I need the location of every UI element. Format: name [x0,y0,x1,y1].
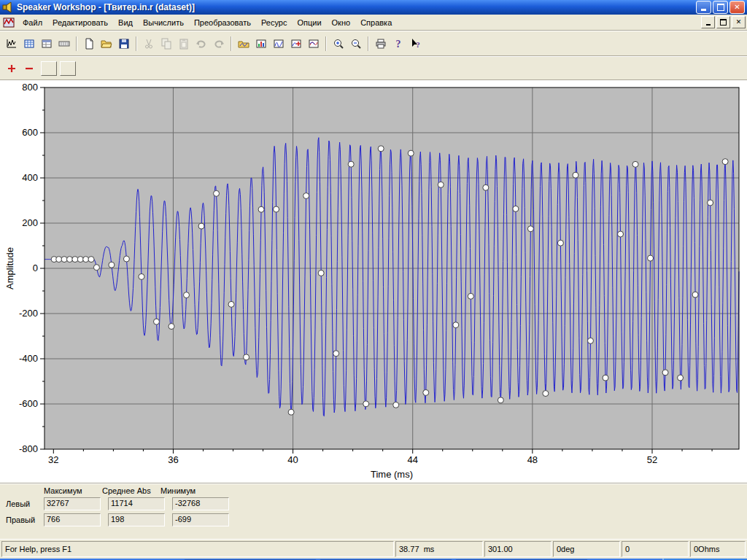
svg-text:48: 48 [527,454,538,465]
minimize-icon [701,9,706,11]
zoom-in-button[interactable] [330,36,347,52]
menu-file[interactable]: Файл [18,17,47,28]
mdi-close-button[interactable]: ✕ [732,16,746,28]
waveform-chart[interactable]: 3236404448528006004002000-200-400-600-80… [2,80,745,483]
import-chart-icon [238,38,249,50]
context-help-button[interactable]: ? [407,36,425,52]
redo-button[interactable] [210,36,228,52]
status-impedance: 0Ohms [690,541,746,557]
menu-edit[interactable]: Редактировать [47,17,113,28]
svg-text:?: ? [396,39,401,50]
copy-button[interactable] [158,36,175,52]
maximize-button[interactable] [713,1,728,14]
window-title: Speaker Workshop - [Твитер.in.r (dataset… [17,2,696,12]
zoom-out-button[interactable] [347,36,365,52]
svg-text:40: 40 [287,454,298,465]
chart-line-icon [273,38,285,50]
values-view-button[interactable] [3,36,20,52]
svg-text:600: 600 [22,127,38,138]
mdi-restore-icon [720,19,727,26]
menu-help[interactable]: Справка [355,17,397,28]
close-button[interactable]: ✕ [729,1,745,14]
mdi-minimize-button[interactable] [701,16,715,28]
status-bar: For Help, press F1 38.77 ms 301.00 0deg … [0,539,747,559]
menu-view[interactable]: Вид [113,17,138,28]
remove-point-button[interactable] [20,61,38,77]
chart-add-icon [290,38,302,50]
import-chart-button[interactable] [235,36,252,52]
about-button[interactable]: ? [390,36,407,52]
svg-text:-400: -400 [19,353,38,364]
mdi-close-icon: ✕ [736,19,742,26]
cut-scissors-icon [143,38,155,50]
stats-row-right: Правый 766 198 -699 [6,513,747,527]
chart-view-button[interactable] [20,36,38,52]
save-button[interactable] [115,36,133,52]
close-icon: ✕ [734,4,740,11]
svg-text:44: 44 [407,454,417,465]
minimize-button[interactable] [696,1,711,14]
chart-compare-button[interactable] [305,36,322,52]
svg-text:200: 200 [22,217,38,228]
mdi-restore-button[interactable] [716,16,730,28]
svg-text:Time (ms): Time (ms) [371,469,413,480]
stats-left-maximum: 32767 [44,497,101,510]
zoom-in-icon [333,38,344,50]
stats-header-average-abs: Среднее Abs [102,486,160,495]
open-button[interactable] [98,36,115,52]
zoom-out-icon [350,38,362,50]
stats-label-right: Правый [6,516,44,524]
new-button[interactable] [80,36,98,52]
open-folder-icon [101,38,112,50]
status-cursor-value: 301.00 [484,541,551,557]
notes-view-icon [58,38,70,50]
chart-line-button[interactable] [270,36,287,52]
menu-options[interactable]: Опции [292,17,326,28]
stats-panel: Максимум Среднее Abs Минимум Левый 32767… [0,483,747,539]
menu-transform[interactable]: Преобразовать [189,17,256,28]
notes-view-button[interactable] [55,36,73,52]
dataset-toolbar [0,56,747,80]
dataset-document-icon[interactable] [3,18,15,28]
titlebar: Speaker Workshop - [Твитер.in.r (dataset… [0,0,747,15]
svg-text:0: 0 [33,262,38,273]
stats-right-maximum: 766 [44,513,101,526]
svg-text:36: 36 [168,454,178,465]
svg-text:52: 52 [647,454,657,465]
status-cursor-time: 38.77 ms [395,541,483,557]
remove-minus-icon [23,63,35,74]
chart-compare-icon [308,38,320,50]
stats-right-minimum: -699 [172,513,229,526]
menu-resource[interactable]: Ресурс [256,17,292,28]
print-icon [375,38,387,50]
menu-window[interactable]: Окно [327,17,356,28]
svg-text:-800: -800 [19,443,38,454]
undo-button[interactable] [193,36,210,52]
paste-button[interactable] [175,36,193,52]
menu-bar: Файл Редактировать Вид Вычислить Преобра… [0,15,747,31]
add-plus-icon [6,63,18,74]
menu-calculate[interactable]: Вычислить [138,17,189,28]
cut-button[interactable] [140,36,158,52]
chart-area[interactable]: 3236404448528006004002000-200-400-600-80… [0,80,747,483]
values-view-icon [6,38,18,50]
stats-header-row: Максимум Среднее Abs Минимум [44,486,747,495]
svg-text:800: 800 [22,82,38,93]
svg-text:32: 32 [48,454,58,465]
table-view-button[interactable] [38,36,55,52]
copy-icon [160,38,172,50]
help-question-icon: ? [392,38,404,50]
chart-add-button[interactable] [287,36,305,52]
svg-text:?: ? [416,40,420,49]
svg-text:400: 400 [22,172,38,183]
status-phase: 0deg [553,541,620,557]
print-button[interactable] [372,36,390,52]
stats-header-maximum: Максимум [44,486,102,495]
redo-arrow-icon [213,38,225,50]
add-point-button[interactable] [3,61,20,77]
export-image-button[interactable] [252,36,270,52]
chart-image-icon [255,38,267,50]
save-floppy-icon [118,38,130,50]
new-document-icon [83,38,95,50]
status-help-text: For Help, press F1 [1,541,394,557]
